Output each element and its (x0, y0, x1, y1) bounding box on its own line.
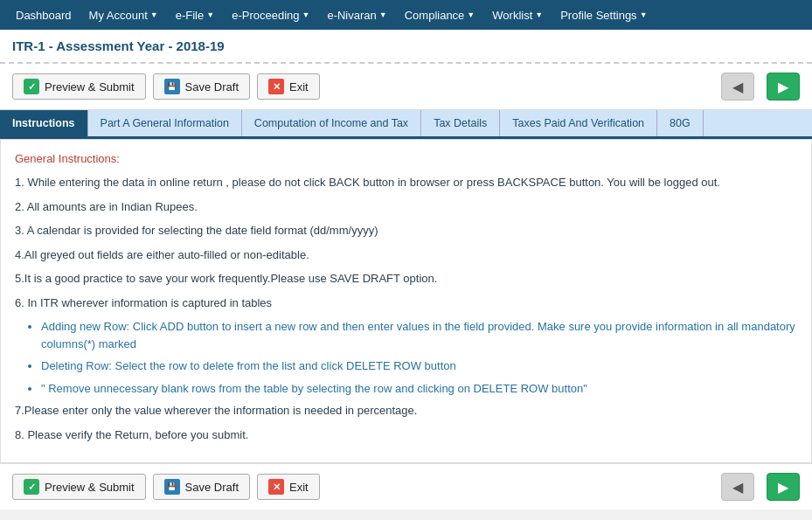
instruction-6-bullets: Adding new Row: Click ADD button to inse… (41, 318, 797, 397)
instruction-3: 3. A calendar is provided for selecting … (15, 222, 797, 239)
save-draft-label-top: Save Draft (185, 80, 239, 94)
bullet-2: Deleting Row: Select the row to delete f… (41, 357, 797, 375)
nav-worklist[interactable]: Worklist ▼ (483, 0, 552, 30)
page-title: ITR-1 - Assessment Year - 2018-19 (0, 30, 812, 64)
top-navigation: Dashboard My Account ▼ e-File ▼ e-Procee… (0, 0, 812, 30)
save-draft-label-bottom: Save Draft (185, 481, 239, 494)
prev-arrow-button-top[interactable]: ◀ (721, 73, 754, 101)
save-draft-button-top[interactable]: 💾 Save Draft (153, 73, 250, 100)
next-arrow-icon-bottom: ▶ (778, 479, 788, 496)
instruction-8: 8. Please verify the Return, before you … (15, 426, 797, 444)
worklist-arrow: ▼ (535, 10, 543, 19)
nav-efile[interactable]: e-File ▼ (167, 0, 223, 30)
prev-arrow-button-bottom[interactable]: ◀ (721, 473, 754, 501)
nav-myaccount[interactable]: My Account ▼ (80, 0, 167, 30)
next-arrow-button-bottom[interactable]: ▶ (767, 473, 800, 501)
tab-part-a[interactable]: Part A General Information (88, 110, 242, 136)
exit-label-bottom: Exit (289, 481, 309, 494)
prev-arrow-icon-bottom: ◀ (732, 479, 743, 496)
exit-label-top: Exit (289, 80, 309, 94)
section-title: General Instructions: (15, 152, 797, 165)
nav-compliance[interactable]: Compliance ▼ (396, 0, 484, 30)
nav-enivaran[interactable]: e-Nivaran ▼ (318, 0, 395, 30)
exit-button-bottom[interactable]: ✕ Exit (257, 474, 320, 500)
exit-icon-bottom: ✕ (268, 479, 284, 495)
content-area: General Instructions: 1. While entering … (0, 139, 812, 463)
preview-submit-label-top: Preview & Submit (45, 80, 135, 94)
instruction-2: 2. All amounts are in Indian Rupees. (15, 198, 797, 216)
save-icon-top: 💾 (164, 79, 180, 94)
tab-80g[interactable]: 80G (657, 110, 704, 136)
profile-arrow: ▼ (640, 10, 648, 19)
check-icon-top: ✓ (24, 79, 39, 94)
next-arrow-button-top[interactable]: ▶ (767, 73, 800, 101)
bottom-toolbar: ✓ Preview & Submit 💾 Save Draft ✕ Exit ◀… (0, 463, 812, 510)
myaccount-arrow: ▼ (150, 10, 158, 19)
exit-icon-top: ✕ (268, 79, 284, 94)
tab-tax-details[interactable]: Tax Details (421, 110, 500, 136)
nav-eproceeding[interactable]: e-Proceeding ▼ (223, 0, 318, 30)
enivaran-arrow: ▼ (379, 10, 387, 19)
bullet-1: Adding new Row: Click ADD button to inse… (41, 318, 797, 352)
preview-submit-button-top[interactable]: ✓ Preview & Submit (12, 73, 146, 100)
tab-computation[interactable]: Computation of Income and Tax (242, 110, 421, 136)
instruction-1: 1. While entering the data in online ret… (15, 174, 797, 191)
instruction-7: 7.Please enter only the value wherever t… (15, 402, 797, 419)
exit-button-top[interactable]: ✕ Exit (257, 73, 320, 100)
bullet-3: " Remove unnecessary blank rows from the… (41, 380, 797, 398)
tabs-bar: Instructions Part A General Information … (0, 110, 812, 139)
next-arrow-icon-top: ▶ (778, 79, 788, 95)
save-icon-bottom: 💾 (164, 479, 180, 495)
compliance-arrow: ▼ (467, 10, 475, 19)
eproceeding-arrow: ▼ (302, 10, 310, 19)
tab-taxes-paid[interactable]: Taxes Paid And Verification (500, 110, 657, 136)
nav-profile-settings[interactable]: Profile Settings ▼ (552, 0, 656, 30)
prev-arrow-icon-top: ◀ (732, 79, 743, 95)
check-icon-bottom: ✓ (24, 479, 39, 495)
efile-arrow: ▼ (206, 10, 214, 19)
preview-submit-button-bottom[interactable]: ✓ Preview & Submit (12, 474, 146, 500)
instruction-4: 4.All greyed out fields are either auto-… (15, 246, 797, 264)
nav-dashboard[interactable]: Dashboard (7, 0, 80, 30)
preview-submit-label-bottom: Preview & Submit (45, 481, 135, 494)
top-toolbar: ✓ Preview & Submit 💾 Save Draft ✕ Exit ◀… (0, 64, 812, 110)
instruction-5: 5.It is a good practice to save your wor… (15, 270, 797, 288)
instruction-6: 6. In ITR wherever information is captur… (15, 295, 797, 312)
tab-instructions[interactable]: Instructions (0, 110, 88, 136)
save-draft-button-bottom[interactable]: 💾 Save Draft (153, 474, 250, 500)
